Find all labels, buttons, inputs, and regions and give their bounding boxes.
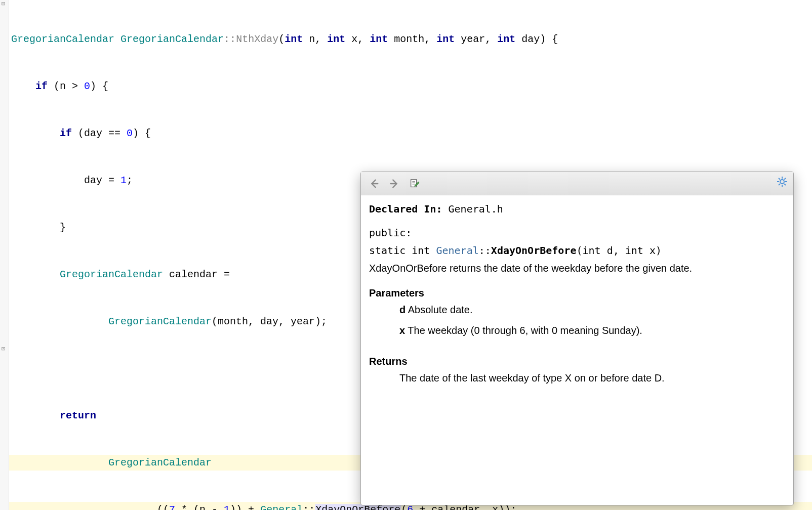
returns-title: Returns [369, 354, 785, 369]
edit-source-button[interactable] [407, 176, 423, 192]
arrow-right-icon [389, 178, 400, 189]
signature-class[interactable]: General [436, 244, 478, 257]
svg-line-9 [779, 178, 780, 180]
param-x: x The weekday (0 through 6, with 0 meani… [399, 323, 785, 338]
popup-body: Declared In: General.h public: static in… [361, 195, 793, 505]
popup-toolbar [361, 172, 793, 195]
arrow-left-icon [369, 178, 380, 189]
signature-method: XdayOnOrBefore [491, 244, 577, 257]
fold-collapse-icon[interactable]: ⊟ [2, 0, 5, 8]
edit-icon [409, 178, 420, 189]
code-line-1[interactable]: GregorianCalendar GregorianCalendar::Nth… [11, 31, 812, 47]
fold-expand-icon[interactable]: ⊡ [2, 345, 5, 353]
gear-icon [776, 176, 788, 188]
declared-in-value: General.h [442, 203, 503, 215]
code-line-3[interactable]: if (day == 0) { [11, 125, 812, 141]
documentation-popup: Declared In: General.h public: static in… [360, 172, 794, 505]
settings-button[interactable] [776, 176, 788, 190]
param-d: d Absolute date. [399, 302, 785, 318]
code-line-2[interactable]: if (n > 0) { [11, 78, 812, 94]
svg-line-12 [784, 178, 786, 180]
declared-in-line: Declared In: General.h [369, 201, 785, 217]
description-text: XdayOnOrBefore returns the date of the w… [369, 261, 785, 276]
editor-gutter: ⊟ ⊡ [0, 0, 9, 510]
parameters-title: Parameters [369, 285, 785, 301]
svg-line-10 [784, 184, 786, 185]
access-modifier: public: [369, 225, 785, 241]
signature-line: static int General::XdayOnOrBefore(int d… [369, 243, 785, 259]
declared-in-label: Declared In: [369, 203, 442, 215]
svg-point-4 [780, 180, 784, 184]
returns-description: The date of the last weekday of type X o… [399, 370, 785, 386]
back-button[interactable] [366, 176, 382, 192]
forward-button[interactable] [386, 176, 402, 192]
svg-line-11 [779, 184, 780, 185]
